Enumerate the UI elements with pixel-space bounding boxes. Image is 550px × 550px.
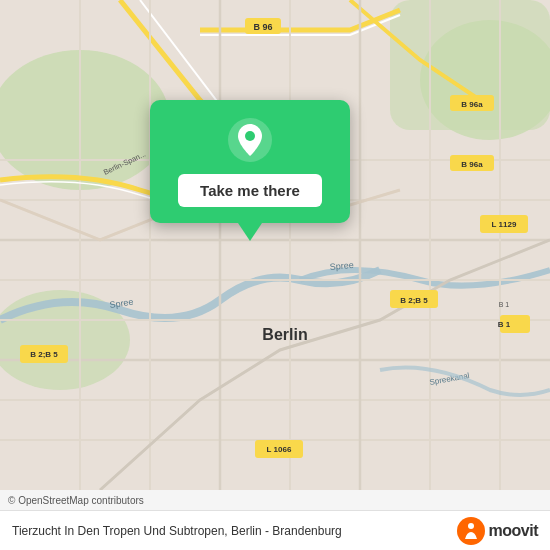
- svg-text:B 1: B 1: [498, 320, 511, 329]
- svg-text:L 1129: L 1129: [492, 220, 517, 229]
- svg-text:L 1066: L 1066: [267, 445, 292, 454]
- svg-point-43: [245, 131, 255, 141]
- svg-text:B 96: B 96: [253, 22, 272, 32]
- svg-point-45: [468, 523, 474, 529]
- svg-text:B 96a: B 96a: [461, 160, 483, 169]
- svg-text:Spree: Spree: [329, 260, 354, 272]
- location-title: Tierzucht In Den Tropen Und Subtropen, B…: [12, 524, 342, 538]
- attribution-text: © OpenStreetMap contributors: [8, 495, 144, 506]
- svg-text:B 1: B 1: [499, 301, 510, 308]
- location-pin-icon: [228, 118, 272, 162]
- svg-text:B 96a: B 96a: [461, 100, 483, 109]
- popup-card: Take me there: [150, 100, 350, 223]
- attribution-bar: © OpenStreetMap contributors: [0, 490, 550, 510]
- svg-text:B 2;B 5: B 2;B 5: [30, 350, 58, 359]
- take-me-there-button[interactable]: Take me there: [178, 174, 322, 207]
- moovit-brand-icon: [457, 517, 485, 545]
- svg-text:B 2;B 5: B 2;B 5: [400, 296, 428, 305]
- footer: Tierzucht In Den Tropen Und Subtropen, B…: [0, 510, 550, 550]
- map-container: B 96 B 96a B 96a B 1 B 1 B 2;B 5 B 2;B 5…: [0, 0, 550, 490]
- map-svg: B 96 B 96a B 96a B 1 B 1 B 2;B 5 B 2;B 5…: [0, 0, 550, 490]
- moovit-wordmark: moovit: [489, 522, 538, 540]
- svg-point-44: [457, 517, 485, 545]
- svg-text:Berlin: Berlin: [262, 326, 307, 343]
- moovit-logo: moovit: [457, 517, 538, 545]
